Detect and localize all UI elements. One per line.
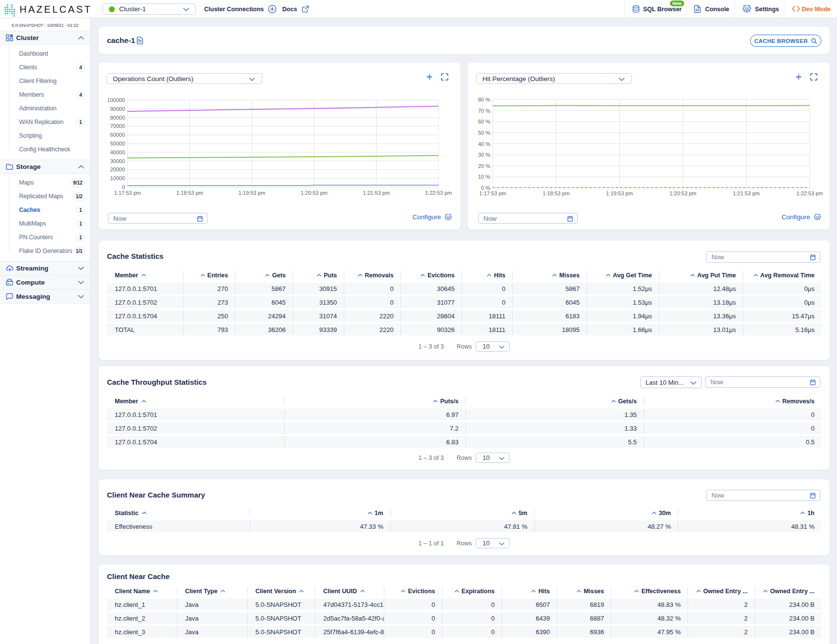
svg-text:40 %: 40 % xyxy=(478,141,490,147)
svg-text:0: 0 xyxy=(122,184,125,190)
svg-text:10 %: 10 % xyxy=(478,174,490,180)
svg-text:10000: 10000 xyxy=(110,175,125,181)
svg-text:70 %: 70 % xyxy=(478,108,490,114)
svg-text:1:22:53 pm: 1:22:53 pm xyxy=(425,190,452,196)
svg-text:1:19:53 pm: 1:19:53 pm xyxy=(238,190,265,196)
svg-text:60000: 60000 xyxy=(110,132,125,138)
svg-text:1:20:53 pm: 1:20:53 pm xyxy=(301,190,328,196)
svg-text:50000: 50000 xyxy=(110,141,125,146)
svg-text:1:17:53 pm: 1:17:53 pm xyxy=(114,190,141,196)
svg-text:1:21:53 pm: 1:21:53 pm xyxy=(733,190,760,196)
svg-text:80 %: 80 % xyxy=(478,97,490,103)
svg-text:30000: 30000 xyxy=(110,158,125,164)
svg-text:60 %: 60 % xyxy=(478,119,490,125)
svg-text:50 %: 50 % xyxy=(478,130,490,136)
svg-text:1:20:53 pm: 1:20:53 pm xyxy=(670,190,696,196)
svg-text:90000: 90000 xyxy=(110,106,125,112)
svg-text:1:19:53 pm: 1:19:53 pm xyxy=(606,190,633,196)
svg-text:1:21:53 pm: 1:21:53 pm xyxy=(363,190,390,196)
svg-text:40000: 40000 xyxy=(110,149,125,155)
svg-text:20 %: 20 % xyxy=(478,163,490,169)
svg-text:30 %: 30 % xyxy=(478,152,490,158)
svg-text:80000: 80000 xyxy=(110,115,125,121)
svg-text:100000: 100000 xyxy=(107,97,125,103)
svg-text:1:18:53 pm: 1:18:53 pm xyxy=(543,190,569,196)
svg-text:1:18:53 pm: 1:18:53 pm xyxy=(176,190,203,196)
svg-text:1:17:53 pm: 1:17:53 pm xyxy=(479,190,506,196)
svg-text:70000: 70000 xyxy=(110,123,125,129)
svg-text:20000: 20000 xyxy=(110,166,125,172)
svg-text:1:22:53 pm: 1:22:53 pm xyxy=(796,190,823,196)
